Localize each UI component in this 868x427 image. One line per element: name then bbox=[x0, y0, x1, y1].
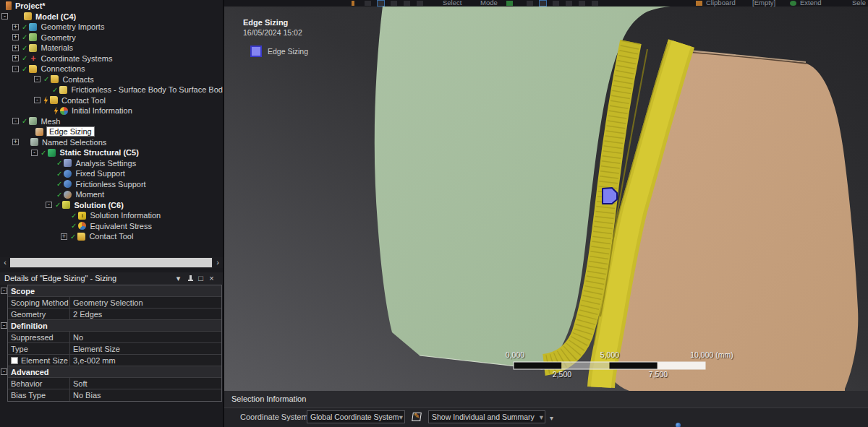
tree-item-contact-tool[interactable]: - Contact Tool bbox=[0, 95, 223, 106]
toolbar-mode-label[interactable]: Mode bbox=[480, 0, 498, 7]
row-value[interactable]: 2 Edges bbox=[70, 310, 221, 319]
collapse-expander-icon[interactable]: - bbox=[31, 150, 38, 156]
tree-item-mesh[interactable]: - Mesh bbox=[0, 116, 223, 127]
tree-item-moment[interactable]: Moment bbox=[0, 189, 223, 200]
toolbar-icon[interactable] bbox=[352, 1, 354, 6]
tree-item-label-rename-field[interactable]: Edge Sizing bbox=[47, 127, 94, 136]
select-edge-icon[interactable] bbox=[540, 1, 546, 6]
select-node-icon[interactable] bbox=[579, 1, 585, 6]
select-element-icon[interactable] bbox=[592, 1, 598, 6]
tree-item-equivalent-stress[interactable]: Equivalent Stress bbox=[0, 221, 223, 232]
panel-divider[interactable] bbox=[223, 0, 224, 427]
row-value[interactable]: Soft bbox=[70, 379, 221, 388]
tree-item-connections[interactable]: - Connections bbox=[0, 64, 223, 74]
toolbar-select-clipped-label[interactable]: Sele bbox=[852, 0, 866, 7]
tree-item-solution[interactable]: - Solution (C6) bbox=[0, 200, 223, 211]
tree-item-solution-information[interactable]: Solution Information bbox=[0, 210, 223, 221]
check-icon bbox=[56, 180, 62, 188]
display-mode-dropdown[interactable]: Show Individual and Summary ▾ bbox=[428, 410, 545, 423]
scroll-right-icon[interactable]: › bbox=[213, 257, 223, 268]
tree-item-edge-sizing[interactable]: Edge Sizing bbox=[0, 126, 223, 137]
tree-item-contact-tool-result[interactable]: + Contact Tool bbox=[0, 231, 223, 242]
parameter-checkbox[interactable] bbox=[11, 357, 18, 364]
coordinate-system-dropdown[interactable]: Global Coordinate System ▾ bbox=[307, 410, 405, 423]
collapse-expander-icon[interactable]: - bbox=[1, 13, 8, 20]
selection-information-panel: Selection Information Coordinate System:… bbox=[224, 391, 868, 427]
select-face-icon[interactable] bbox=[553, 1, 559, 6]
toolbar-clipboard-label[interactable]: Clipboard bbox=[706, 0, 736, 7]
row-value[interactable]: 3,e-002 mm bbox=[70, 356, 221, 365]
zoom-icon[interactable] bbox=[365, 1, 371, 6]
extend-icon[interactable] bbox=[790, 1, 796, 6]
row-value[interactable]: No Bias bbox=[70, 391, 221, 400]
toolbar-select-label[interactable]: Select bbox=[443, 0, 461, 7]
details-row-scoping-method[interactable]: Scoping Method Geometry Selection bbox=[8, 297, 221, 309]
selection-annotation-button[interactable]: ✎ bbox=[411, 411, 423, 423]
expand-expander-icon[interactable]: + bbox=[12, 24, 19, 30]
toolbar-extend-label[interactable]: Extend bbox=[800, 0, 822, 7]
zoom-fit-icon[interactable] bbox=[417, 1, 423, 6]
select-body-icon[interactable] bbox=[566, 1, 572, 6]
tree-item-materials[interactable]: + Materials bbox=[0, 43, 223, 53]
coordinate-system-label: Coordinate System: bbox=[240, 413, 310, 421]
details-row-bias-type[interactable]: Bias Type No Bias bbox=[8, 389, 221, 401]
close-icon[interactable]: × bbox=[207, 272, 216, 285]
graphics-viewport[interactable] bbox=[224, 6, 868, 391]
tree-item-project[interactable]: Project* bbox=[0, 1, 223, 12]
edge-sizing-legend: Edge Sizing bbox=[250, 46, 308, 57]
clipboard-icon[interactable] bbox=[696, 1, 702, 6]
details-row-type[interactable]: Type Element Size bbox=[8, 343, 221, 355]
scrollbar-thumb[interactable] bbox=[10, 258, 212, 267]
section-expander-icon[interactable]: - bbox=[1, 322, 7, 329]
toolbar-icon[interactable] bbox=[506, 1, 513, 6]
expand-expander-icon[interactable]: + bbox=[61, 233, 67, 240]
section-expander-icon[interactable]: - bbox=[1, 368, 7, 375]
collapse-expander-icon[interactable]: - bbox=[12, 66, 19, 72]
expand-expander-icon[interactable]: + bbox=[12, 34, 19, 40]
maximize-icon[interactable]: □ bbox=[196, 272, 205, 285]
tree-item-frictionless-contact[interactable]: Frictionless - Surface Body To Surface B… bbox=[0, 85, 223, 95]
row-value[interactable]: No bbox=[70, 333, 221, 342]
tree-item-named-selections[interactable]: + Named Selections bbox=[0, 137, 223, 148]
tree-item-contacts[interactable]: - Contacts bbox=[0, 74, 223, 85]
details-section-scope[interactable]: Scope bbox=[8, 285, 221, 297]
expand-expander-icon[interactable]: + bbox=[12, 55, 19, 61]
details-section-advanced[interactable]: Advanced bbox=[8, 366, 221, 378]
section-expander-icon[interactable]: - bbox=[1, 288, 7, 294]
zoom-box-icon[interactable] bbox=[378, 1, 384, 6]
tree-item-geometry[interactable]: + Geometry bbox=[0, 33, 223, 43]
collapse-expander-icon[interactable]: - bbox=[12, 118, 19, 124]
tree-item-frictionless-support[interactable]: Frictionless Support bbox=[0, 179, 223, 190]
tree-item-model[interactable]: - Model (C4) bbox=[0, 12, 223, 22]
tree-item-fixed-support[interactable]: Fixed Support bbox=[0, 168, 223, 179]
tree-horizontal-scrollbar[interactable]: ‹ › bbox=[0, 257, 223, 268]
collapse-expander-icon[interactable]: - bbox=[46, 202, 52, 208]
chevron-down-icon[interactable]: ▾ bbox=[174, 272, 183, 285]
details-row-geometry[interactable]: Geometry 2 Edges bbox=[8, 309, 221, 320]
details-row-element-size[interactable]: Element Size 3,e-002 mm bbox=[8, 355, 221, 366]
zoom-out-icon[interactable] bbox=[404, 1, 410, 6]
expand-expander-icon[interactable]: + bbox=[12, 139, 19, 145]
scroll-left-icon[interactable]: ‹ bbox=[0, 257, 10, 268]
tree-item-geometry-imports[interactable]: + Geometry Imports bbox=[0, 22, 223, 33]
expand-expander-icon[interactable]: + bbox=[12, 45, 19, 51]
tree-item-initial-information[interactable]: Initial Information bbox=[0, 105, 223, 116]
row-value[interactable]: Geometry Selection bbox=[70, 298, 221, 307]
collapse-expander-icon[interactable]: - bbox=[34, 76, 41, 82]
row-value[interactable]: Element Size bbox=[70, 345, 221, 353]
details-section-definition[interactable]: Definition bbox=[8, 320, 221, 332]
details-row-behavior[interactable]: Behavior Soft bbox=[8, 378, 221, 389]
tree-item-analysis-settings[interactable]: Analysis Settings bbox=[0, 158, 223, 169]
tree-item-label: Initial Information bbox=[72, 106, 132, 115]
chevron-down-icon[interactable]: ▾ bbox=[550, 414, 553, 422]
equivalent-stress-icon bbox=[78, 222, 86, 230]
tree-item-static-structural[interactable]: - Static Structural (C5) bbox=[0, 147, 223, 158]
edge-sizing-marker[interactable] bbox=[603, 188, 617, 204]
ruler-tick-0: 0,000 bbox=[506, 350, 524, 359]
select-vertex-icon[interactable] bbox=[527, 1, 533, 6]
tree-item-coordinate-systems[interactable]: + Coordinate Systems bbox=[0, 53, 223, 64]
zoom-in-icon[interactable] bbox=[391, 1, 397, 6]
details-row-suppressed[interactable]: Suppressed No bbox=[8, 332, 221, 343]
collapse-expander-icon[interactable]: - bbox=[34, 97, 41, 103]
pin-icon[interactable] bbox=[187, 275, 194, 283]
